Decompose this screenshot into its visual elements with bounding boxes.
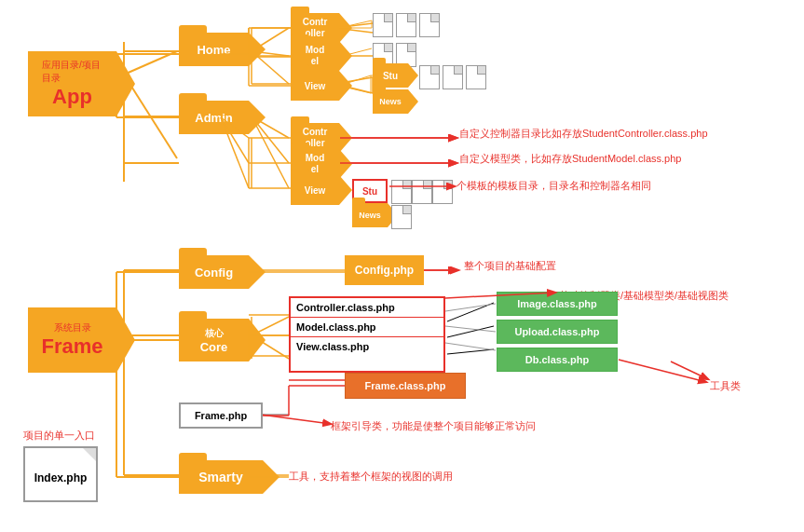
core-files-box: Controller.class.php Model.class.php Vie… <box>289 296 445 373</box>
annotation-custom-controller: 自定义控制器目录比如存放StudentController.class.php <box>459 127 708 141</box>
index-label: 项目的单一入口 <box>23 429 98 443</box>
index-php-label: Index.php <box>34 471 88 484</box>
smarty-folder: Smarty <box>179 460 263 494</box>
core-folder: 核心 Core <box>179 319 249 361</box>
annotation-frame: 框架引导类，功能是使整个项目能够正常访问 <box>331 419 536 433</box>
app-subtitle: 应用目录/项目目录 <box>42 59 102 85</box>
app-banner: 应用目录/项目目录 App <box>28 51 116 116</box>
file-icon-8 <box>466 65 486 89</box>
annotation-custom-view: 个模板的模板目录，目录名和控制器名相同 <box>457 179 651 193</box>
file-icon-10 <box>412 180 432 204</box>
admin-news-folder: News <box>352 203 388 227</box>
index-entry-section: 项目的单一入口 Index.php <box>23 429 98 502</box>
news-folder: News <box>373 89 408 114</box>
svg-line-89 <box>445 343 496 350</box>
file-icon-9 <box>391 180 412 204</box>
svg-line-87 <box>445 304 496 311</box>
svg-line-49 <box>671 361 708 379</box>
annotation-smarty: 工具，支持着整个框架的视图的调用 <box>289 470 453 484</box>
image-class-box: Image.class.php <box>497 292 618 316</box>
admin-view-folder: View <box>291 175 339 205</box>
file-icon-12 <box>391 205 412 229</box>
svg-line-38 <box>447 303 494 321</box>
model-class-label: Model.class.php <box>291 318 443 337</box>
annotation-tool: 工具类 <box>710 379 741 393</box>
index-php-box: Index.php <box>23 446 98 502</box>
config-php-box: Config.php <box>345 255 424 285</box>
svg-line-40 <box>447 349 494 354</box>
db-class-box: Db.class.php <box>497 348 618 372</box>
home-view-folder: View <box>291 71 339 101</box>
view-class-label: View.class.php <box>291 337 443 356</box>
controller-class-label: Controller.class.php <box>291 298 443 318</box>
file-icon-6 <box>419 65 440 89</box>
annotation-config: 整个项目的基础配置 <box>464 259 556 273</box>
annotation-custom-model: 自定义模型类，比如存放StudentModel.class.php <box>459 152 681 166</box>
frame-php-box: Frame.php <box>179 402 263 429</box>
frame-banner: 系统目录 Frame <box>28 307 116 373</box>
file-icon-2 <box>396 13 416 37</box>
upload-class-box: Upload.class.php <box>497 320 618 344</box>
file-icon-11 <box>432 180 453 204</box>
home-folder: Home <box>179 33 249 66</box>
svg-line-90 <box>619 360 706 382</box>
file-icon-1 <box>373 13 393 37</box>
frame-subtitle: 系统目录 <box>54 321 91 334</box>
config-folder: Config <box>179 255 249 289</box>
file-icon-3 <box>419 13 440 37</box>
svg-line-50 <box>261 415 331 424</box>
svg-line-88 <box>445 326 496 332</box>
app-title: App <box>52 85 92 109</box>
admin-folder: Admin <box>179 101 249 134</box>
file-icon-7 <box>443 65 463 89</box>
frame-class-box: Frame.class.php <box>345 373 466 399</box>
frame-title: Frame <box>41 334 102 359</box>
svg-line-39 <box>447 326 494 337</box>
